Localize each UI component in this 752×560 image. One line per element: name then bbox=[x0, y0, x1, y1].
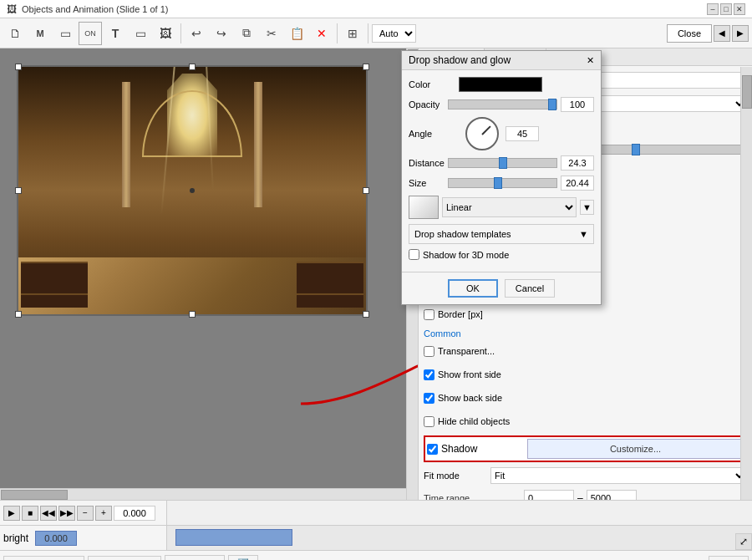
gradient-select[interactable]: Linear bbox=[442, 197, 577, 217]
dialog-title-bar: Drop shadow and glow ✕ bbox=[402, 51, 601, 70]
common-section[interactable]: Common bbox=[424, 328, 747, 339]
ok-button[interactable]: OK bbox=[448, 279, 498, 298]
props-scrollbar[interactable] bbox=[740, 67, 752, 500]
center-handle[interactable] bbox=[190, 188, 195, 193]
size-slider[interactable] bbox=[448, 178, 557, 188]
time-range-label: Time range bbox=[424, 493, 524, 500]
show-front-row: Show front side bbox=[424, 365, 747, 384]
text-btn[interactable]: T bbox=[104, 22, 127, 45]
maximize-button[interactable]: □ bbox=[720, 3, 732, 15]
nav-left-btn[interactable]: ◀ bbox=[714, 25, 730, 42]
color-swatch[interactable] bbox=[459, 77, 542, 92]
customize-button[interactable]: Customize... bbox=[527, 439, 744, 459]
opacity-slider[interactable] bbox=[448, 99, 557, 109]
timeline-left: ▶ ■ ◀◀ ▶▶ − + bright bbox=[0, 501, 167, 550]
refresh-button[interactable]: 🔄 bbox=[228, 555, 258, 560]
copy-btn[interactable]: ⧉ bbox=[235, 22, 258, 45]
preview-button[interactable]: ▶ Preview bbox=[165, 555, 225, 560]
angle-input[interactable] bbox=[506, 126, 539, 141]
canvas-area bbox=[0, 48, 418, 500]
slide-canvas bbox=[17, 65, 368, 316]
paste-btn[interactable]: 📋 bbox=[285, 22, 308, 45]
opacity-label: Opacity bbox=[409, 99, 448, 109]
handle-mid-right[interactable] bbox=[363, 187, 369, 194]
rect-btn[interactable]: ▭ bbox=[129, 22, 152, 45]
gradient-dropdown-btn[interactable]: ▼ bbox=[580, 200, 594, 215]
angle-dial[interactable] bbox=[465, 117, 499, 150]
shadow-3d-checkbox[interactable] bbox=[409, 249, 419, 260]
time-dash: – bbox=[577, 492, 583, 500]
handle-mid-left[interactable] bbox=[15, 187, 22, 194]
next-btn[interactable]: ▶▶ bbox=[58, 506, 75, 521]
save-btn[interactable]: M bbox=[28, 22, 52, 45]
dialog-close-button[interactable]: ✕ bbox=[587, 55, 594, 66]
timeline-track-label: bright bbox=[0, 526, 166, 551]
track-time-input[interactable] bbox=[35, 531, 77, 546]
delete-btn[interactable]: ✕ bbox=[310, 22, 333, 45]
grid-btn[interactable]: ⊞ bbox=[341, 22, 364, 45]
title-bar-text: Objects and Animation (Slide 1 of 1) bbox=[22, 4, 168, 14]
play-btn[interactable]: ▶ bbox=[3, 506, 20, 521]
size-label: Size bbox=[409, 178, 448, 188]
handle-bottom-right[interactable] bbox=[363, 311, 369, 318]
image-btn[interactable]: 🖼 bbox=[154, 22, 177, 45]
time-display[interactable] bbox=[114, 506, 155, 521]
undo-btn[interactable]: ↩ bbox=[185, 22, 208, 45]
distance-slider[interactable] bbox=[448, 158, 557, 168]
minus-btn[interactable]: − bbox=[77, 506, 94, 521]
main-area: Properties Animation Name Picture bbox=[0, 48, 752, 500]
templates-button[interactable]: Drop shadow templates ▼ bbox=[409, 224, 594, 244]
transparent-checkbox[interactable] bbox=[424, 346, 434, 357]
tools-button[interactable]: Tools bbox=[709, 556, 749, 561]
handle-top-left[interactable] bbox=[15, 64, 22, 70]
border-checkbox[interactable] bbox=[424, 309, 434, 320]
redo-btn[interactable]: ↪ bbox=[210, 22, 233, 45]
show-back-checkbox[interactable] bbox=[424, 393, 434, 404]
show-front-checkbox[interactable] bbox=[424, 369, 434, 380]
templates-row: Drop shadow templates ▼ bbox=[409, 224, 594, 244]
zoom-select[interactable]: Auto bbox=[372, 24, 416, 43]
fit-mode-select[interactable]: Fit bbox=[490, 467, 747, 484]
nav-right-btn[interactable]: ▶ bbox=[732, 25, 749, 42]
shadow-checkbox[interactable] bbox=[427, 444, 438, 455]
close-button[interactable]: ✕ bbox=[734, 3, 745, 15]
shadow-3d-row: Shadow for 3D mode bbox=[409, 249, 594, 260]
new-btn[interactable]: 🗋 bbox=[3, 22, 27, 45]
size-slider-container bbox=[448, 176, 594, 191]
track-segment[interactable] bbox=[175, 529, 292, 546]
prev-btn[interactable]: ◀◀ bbox=[40, 506, 57, 521]
project-options-button[interactable]: Project Options bbox=[3, 556, 84, 561]
scroll-thumb-h[interactable] bbox=[1, 490, 68, 500]
cancel-button[interactable]: Cancel bbox=[505, 279, 555, 298]
transparent-label: Transparent... bbox=[438, 346, 495, 356]
on-btn[interactable]: ON bbox=[79, 22, 102, 45]
plus-btn[interactable]: + bbox=[95, 506, 112, 521]
shadow-3d-checkbox-row: Shadow for 3D mode bbox=[409, 249, 509, 260]
show-back-row: Show back side bbox=[424, 389, 747, 407]
handle-top-right[interactable] bbox=[363, 64, 369, 70]
handle-top-center[interactable] bbox=[189, 64, 196, 70]
distance-input[interactable] bbox=[561, 155, 594, 171]
handle-bottom-center[interactable] bbox=[189, 311, 196, 318]
hide-child-checkbox[interactable] bbox=[424, 416, 434, 427]
angle-label: Angle bbox=[409, 129, 459, 139]
size-input[interactable] bbox=[561, 176, 594, 191]
opacity-row: Opacity bbox=[409, 97, 594, 112]
fit-mode-row: Fit mode Fit bbox=[424, 467, 747, 484]
props-scroll-thumb[interactable] bbox=[742, 75, 752, 109]
stop-btn[interactable]: ■ bbox=[22, 506, 38, 521]
gradient-preview bbox=[409, 196, 439, 219]
slide-options-button[interactable]: Slide Options bbox=[88, 556, 160, 561]
handle-bottom-left[interactable] bbox=[15, 311, 22, 318]
minimize-button[interactable]: – bbox=[707, 3, 719, 15]
scroll-h[interactable] bbox=[0, 488, 406, 500]
resize-handle[interactable]: ⤢ bbox=[735, 533, 752, 550]
opacity-slider-container bbox=[448, 97, 594, 112]
close-toolbar-button[interactable]: Close bbox=[667, 24, 712, 43]
opacity-input[interactable] bbox=[561, 97, 594, 112]
time-end-input[interactable] bbox=[587, 490, 637, 500]
time-start-input[interactable] bbox=[524, 490, 574, 500]
show-back-label: Show back side bbox=[438, 393, 502, 403]
cut-btn[interactable]: ✂ bbox=[260, 22, 283, 45]
frame-btn[interactable]: ▭ bbox=[53, 22, 77, 45]
